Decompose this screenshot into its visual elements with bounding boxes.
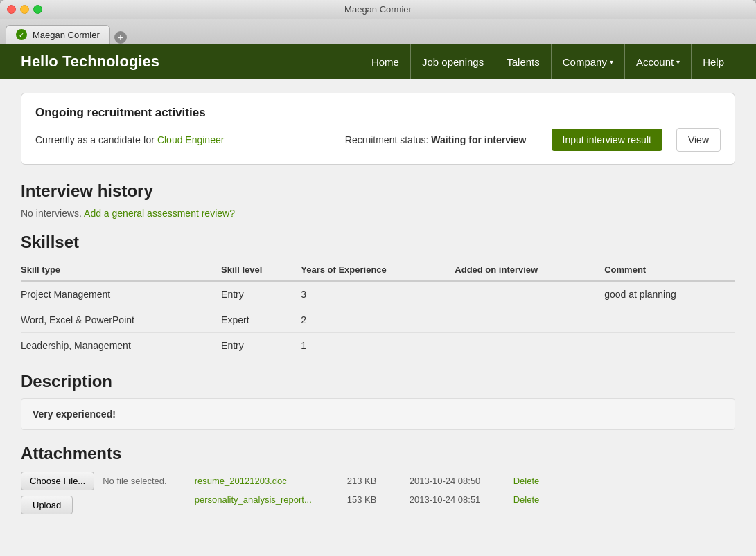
nav-help[interactable]: Help (692, 44, 735, 79)
interview-history-title: Interview history (21, 181, 735, 201)
cell-skill-level: Entry (221, 281, 301, 307)
nav-company[interactable]: Company ▾ (552, 44, 625, 79)
nav-bar: Hello Technologies Home Job openings Tal… (0, 44, 756, 79)
cell-skill-type: Word, Excel & PowerPoint (21, 307, 221, 333)
description-content: Very experienced! (33, 409, 116, 420)
cell-years: 2 (301, 307, 455, 333)
window: ✕ − + Maegan Cormier ✓ Maegan Cormier + … (0, 0, 756, 556)
file-input-row: Choose File... No file selected. (21, 472, 167, 490)
col-comment: Comment (604, 259, 735, 281)
new-tab-button[interactable]: + (114, 31, 127, 44)
traffic-lights: ✕ − + (7, 5, 42, 14)
recruitment-box: Ongoing recruitment activities Currently… (21, 93, 735, 165)
input-interview-result-button[interactable]: Input interview result (552, 129, 662, 151)
interview-history-subtitle: No interviews. Add a general assessment … (21, 208, 735, 219)
nav-home[interactable]: Home (360, 44, 411, 79)
account-dropdown-arrow: ▾ (676, 58, 680, 66)
close-button[interactable]: ✕ (7, 5, 16, 14)
table-row: Project Management Entry 3 good at plann… (21, 281, 735, 307)
nav-account[interactable]: Account ▾ (625, 44, 692, 79)
candidate-link[interactable]: Cloud Engineer (157, 134, 225, 145)
cell-skill-level: Expert (221, 307, 301, 333)
file-date: 2013-10-24 08:51 (410, 494, 500, 505)
nav-talents[interactable]: Talents (495, 44, 552, 79)
table-row: Word, Excel & PowerPoint Expert 2 (21, 307, 735, 333)
cell-years: 3 (301, 281, 455, 307)
tab-check-icon: ✓ (16, 29, 27, 40)
file-item: personality_analysis_report... 153 KB 20… (195, 490, 735, 509)
choose-file-button[interactable]: Choose File... (21, 472, 94, 490)
minimize-button[interactable]: − (20, 5, 29, 14)
window-title: Maegan Cormier (344, 4, 412, 15)
col-years-experience: Years of Experience (301, 259, 455, 281)
cell-years: 1 (301, 333, 455, 359)
cell-skill-type: Project Management (21, 281, 221, 307)
main-content: Ongoing recruitment activities Currently… (0, 79, 756, 556)
view-button[interactable]: View (676, 128, 721, 152)
add-general-review-link[interactable]: Add a general assessment review? (84, 208, 235, 219)
candidate-info: Currently as a candidate for Cloud Engin… (35, 134, 224, 145)
file-size: 153 KB (347, 494, 396, 505)
status-value: Waiting for interview (431, 134, 526, 145)
file-list: resume_20121203.doc 213 KB 2013-10-24 08… (195, 472, 735, 509)
attachments-title: Attachments (21, 444, 735, 463)
cell-added-on (455, 307, 604, 333)
nav-job-openings[interactable]: Job openings (411, 44, 495, 79)
table-row: Leadership, Management Entry 1 (21, 333, 735, 359)
company-dropdown-arrow: ▾ (610, 58, 613, 66)
file-controls: Choose File... No file selected. Upload (21, 472, 167, 514)
title-bar: ✕ − + Maegan Cormier (0, 0, 756, 19)
nav-links: Home Job openings Talents Company ▾ Acco… (360, 44, 735, 79)
file-size: 213 KB (347, 476, 396, 486)
cell-added-on (455, 281, 604, 307)
cell-skill-level: Entry (221, 333, 301, 359)
delete-file-button[interactable]: Delete (513, 476, 652, 486)
cell-skill-type: Leadership, Management (21, 333, 221, 359)
tab-bar: ✓ Maegan Cormier + (0, 19, 756, 44)
file-link[interactable]: resume_20121203.doc (195, 476, 333, 486)
description-title: Description (21, 372, 735, 391)
tab-maegan[interactable]: ✓ Maegan Cormier (6, 25, 110, 44)
delete-file-button[interactable]: Delete (513, 494, 652, 505)
maximize-button[interactable]: + (33, 5, 42, 14)
upload-button[interactable]: Upload (21, 496, 73, 514)
skillset-table: Skill type Skill level Years of Experien… (21, 259, 735, 358)
recruitment-status: Recruitment status: Waiting for intervie… (345, 134, 527, 145)
col-added-on: Added on interview (455, 259, 604, 281)
attachments-row: Choose File... No file selected. Upload … (21, 472, 735, 514)
cell-comment (604, 333, 735, 359)
recruitment-title: Ongoing recruitment activities (35, 106, 721, 120)
cell-comment: good at planning (604, 281, 735, 307)
cell-comment (604, 307, 735, 333)
brand-logo: Hello Technologies (21, 53, 360, 71)
skillset-title: Skillset (21, 233, 735, 252)
file-item: resume_20121203.doc 213 KB 2013-10-24 08… (195, 472, 735, 490)
tab-label: Maegan Cormier (33, 30, 100, 40)
file-date: 2013-10-24 08:50 (410, 476, 500, 486)
cell-added-on (455, 333, 604, 359)
col-skill-level: Skill level (221, 259, 301, 281)
col-skill-type: Skill type (21, 259, 221, 281)
file-link[interactable]: personality_analysis_report... (195, 494, 333, 505)
no-file-label: No file selected. (103, 476, 167, 486)
recruitment-row: Currently as a candidate for Cloud Engin… (35, 128, 721, 152)
description-box: Very experienced! (21, 398, 735, 430)
